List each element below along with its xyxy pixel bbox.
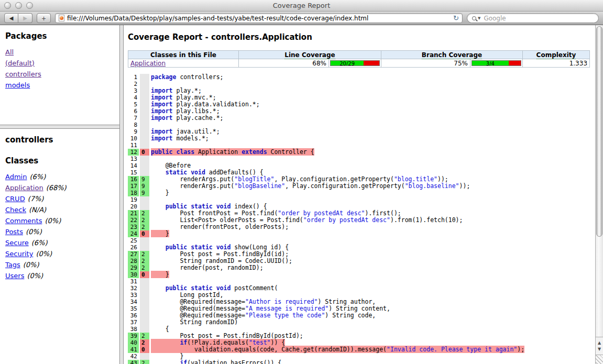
class-link[interactable]: Tags xyxy=(5,261,20,269)
source-line: 300 } xyxy=(128,271,590,278)
line-number: 40 xyxy=(128,339,139,346)
hit-count xyxy=(140,135,149,142)
line-number: 28 xyxy=(128,258,139,264)
hit-count xyxy=(140,305,149,312)
line-number: 19 xyxy=(128,196,139,203)
table-row: Application 68% 20/29 75% 3/4 1.333 xyxy=(128,59,590,68)
browser-toolbar: ◀ ▶ + file:///Volumes/Data/Desktop/play/… xyxy=(0,12,603,25)
hit-count xyxy=(140,312,149,319)
hit-count: 9 xyxy=(140,176,149,183)
line-number: 30 xyxy=(128,271,139,278)
frame-divider-horizontal[interactable] xyxy=(0,125,119,129)
forward-button[interactable]: ▶ xyxy=(18,13,32,23)
line-coverage-bar: 20/29 xyxy=(330,60,380,66)
class-coverage-percent: (0%) xyxy=(26,228,42,236)
scrollbar-thumb[interactable] xyxy=(596,26,602,237)
hit-count: 2 xyxy=(140,339,149,346)
page-title: Coverage Report - controllers.Applicatio… xyxy=(128,32,590,42)
class-coverage-percent: (0%) xyxy=(23,261,39,269)
page-favicon-icon xyxy=(59,15,64,21)
frame-divider-vertical[interactable] xyxy=(119,25,124,364)
reload-icon[interactable]: ↻ xyxy=(453,15,459,21)
address-bar[interactable]: file:///Volumes/Data/Desktop/play/sample… xyxy=(55,13,463,23)
scroll-up-icon[interactable]: ▲ xyxy=(598,340,601,345)
hit-count: 9 xyxy=(140,183,149,190)
new-tab-button[interactable]: + xyxy=(37,13,51,23)
source-line: 189 } xyxy=(128,190,590,196)
window-titlebar[interactable]: Coverage Report xyxy=(0,0,603,12)
line-number: 21 xyxy=(128,210,139,217)
column-header-classes: Classes in this File xyxy=(128,51,239,59)
line-number: 31 xyxy=(128,278,139,285)
hit-count: 2 xyxy=(140,333,149,339)
line-number: 3 xyxy=(128,87,139,94)
package-link[interactable]: models xyxy=(5,81,30,89)
package-link[interactable]: All xyxy=(5,48,14,56)
zoom-window-button[interactable] xyxy=(26,2,33,9)
class-coverage-percent: (0%) xyxy=(27,272,43,280)
hit-count xyxy=(140,162,149,169)
list-item: Security(0%) xyxy=(5,249,114,258)
class-coverage-percent: (0%) xyxy=(45,217,61,225)
class-coverage-percent: (N/A) xyxy=(29,206,46,214)
hit-count: 0 xyxy=(140,230,149,237)
left-column: Packages All(default)controllersmodels c… xyxy=(0,25,119,364)
scroll-down-icon[interactable]: ▼ xyxy=(598,347,601,351)
list-item: Tags(0%) xyxy=(5,260,114,269)
class-link[interactable]: Posts xyxy=(5,228,23,236)
source-line: 410 validation.equals(code, Cache.get(ra… xyxy=(128,346,590,353)
line-number: 6 xyxy=(128,108,139,115)
hit-count xyxy=(140,292,149,299)
class-link[interactable]: Comments xyxy=(5,217,42,225)
line-number: 7 xyxy=(128,115,139,122)
column-header-complexity: Complexity xyxy=(523,51,590,59)
list-item: Posts(0%) xyxy=(5,227,114,236)
line-number: 34 xyxy=(128,299,139,305)
line-number: 43 xyxy=(128,360,139,364)
class-link-application[interactable]: Application xyxy=(130,60,166,67)
hit-count xyxy=(140,74,149,81)
package-link[interactable]: controllers xyxy=(5,70,41,78)
class-link[interactable]: Users xyxy=(5,272,24,280)
vertical-scrollbar[interactable] xyxy=(595,25,603,345)
source-line: 179 renderArgs.put("blogBaseline", Play.… xyxy=(128,183,590,190)
class-link[interactable]: Admin xyxy=(5,173,27,181)
hit-count xyxy=(140,108,149,115)
close-window-button[interactable] xyxy=(4,2,11,9)
search-icon xyxy=(472,16,476,20)
line-number: 1 xyxy=(128,74,139,81)
hit-count xyxy=(140,285,149,292)
class-link[interactable]: Secure xyxy=(5,239,29,247)
line-number: 27 xyxy=(128,251,139,258)
hit-count: 2 xyxy=(140,210,149,217)
column-header-branch-coverage: Branch Coverage xyxy=(381,51,523,59)
source-code-listing: 1package controllers;23import play.*;4im… xyxy=(128,74,590,364)
line-number: 4 xyxy=(128,94,139,101)
search-dropdown-caret-icon[interactable]: ▼ xyxy=(478,16,480,20)
code-text: } xyxy=(151,271,169,278)
class-link[interactable]: Security xyxy=(5,250,33,258)
back-button[interactable]: ◀ xyxy=(4,13,18,23)
hit-count xyxy=(140,203,149,210)
line-number: 32 xyxy=(128,285,139,292)
window-resize-grip-icon[interactable] xyxy=(595,355,603,364)
scrollbar-arrows: ▲ ▼ xyxy=(595,337,603,355)
line-number: 37 xyxy=(128,319,139,326)
package-link[interactable]: (default) xyxy=(5,59,35,67)
packages-list: All(default)controllersmodels xyxy=(5,48,114,90)
hit-count xyxy=(140,101,149,108)
branch-coverage-bar: 3/4 xyxy=(472,60,521,66)
code-text: package controllers; xyxy=(151,74,223,81)
line-number: 29 xyxy=(128,264,139,271)
list-item: CRUD(7%) xyxy=(5,194,114,203)
report-frame: Coverage Report - controllers.Applicatio… xyxy=(124,25,603,364)
class-link[interactable]: Check xyxy=(5,206,26,214)
search-field[interactable]: ▼ Google xyxy=(467,13,599,23)
line-number: 33 xyxy=(128,292,139,299)
list-item: (default) xyxy=(5,59,114,68)
class-link[interactable]: CRUD xyxy=(5,195,25,203)
list-item: Check(N/A) xyxy=(5,205,114,214)
class-link[interactable]: Application xyxy=(5,184,43,192)
minimize-window-button[interactable] xyxy=(15,2,22,9)
source-line: 7import play.cache.*; xyxy=(128,115,590,122)
